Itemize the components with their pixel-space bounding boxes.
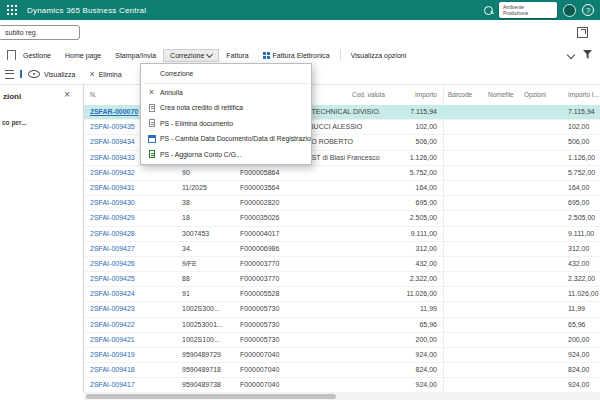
amount-incl-vat-cell: 824,00 <box>568 363 599 377</box>
show-as-list-button[interactable] <box>5 70 14 79</box>
bookmark-icon[interactable] <box>7 50 16 61</box>
table-row[interactable]: 2SFAI-009422100253001...F00000573065,966… <box>84 318 600 333</box>
table-row[interactable]: 2SFAI-00943111/2025F000003564164,00164,0… <box>84 181 600 196</box>
file-no-cell: F000005730 <box>240 333 298 347</box>
column-header-filename[interactable]: Nomefile <box>488 91 514 98</box>
table-row[interactable]: 2SFAI-00942734.F000006986312,00312,00 <box>84 242 600 257</box>
file-no-cell: F000035026 <box>240 211 298 225</box>
table-row[interactable]: 2SFAI-0094189590489718F000007040824,0082… <box>84 363 600 378</box>
amount-incl-vat-cell: 924,00 <box>568 378 599 392</box>
file-no-cell: F000003770 <box>240 257 298 271</box>
menu-item-ps-aggiorna-conto[interactable]: PS - Aggiorna Conto C/G... <box>141 147 311 163</box>
chevron-down-icon[interactable] <box>567 50 575 58</box>
table-row[interactable]: 2SFAI-0094269/FEF000003770432,00432,00 <box>84 257 600 272</box>
column-header-barcode[interactable]: Barcode <box>448 91 472 98</box>
analyze-button[interactable] <box>20 70 26 78</box>
invoice-number-link[interactable]: 2SFAI-009418 <box>90 363 178 377</box>
invoice-number-link[interactable]: 2SFAI-009421 <box>90 333 178 347</box>
amount-cell: 11.026,00 <box>384 287 437 301</box>
chevron-down-icon <box>206 50 213 57</box>
elimina-button[interactable]: × Elimina <box>89 70 121 79</box>
column-header-currency[interactable]: Cod. valuta <box>352 91 385 98</box>
menu-stampa-invia[interactable]: Stampa/Invia <box>108 49 163 62</box>
search-input[interactable]: subito reg. <box>0 25 80 40</box>
search-icon[interactable] <box>484 6 493 15</box>
vendor-invoice-no-cell: 18 <box>182 211 237 225</box>
filter-funnel-icon[interactable] <box>583 50 592 59</box>
app-title[interactable]: Dynamics 365 Business Central <box>27 6 146 15</box>
menu-fattura-elettronica[interactable]: Fattura Elettronica <box>256 49 337 62</box>
menu-home-page[interactable]: Home page <box>58 49 108 62</box>
vendor-invoice-no-cell: 91 <box>182 287 237 301</box>
invoice-number-link[interactable]: 2SFAI-009428 <box>90 227 178 241</box>
button-label: Elimina <box>99 71 122 78</box>
invoice-number-link[interactable]: 2SFAI-009430 <box>90 196 178 210</box>
vendor-invoice-no-cell: 9590489718 <box>182 363 237 377</box>
invoice-number-link[interactable]: 2SFAI-009427 <box>90 242 178 256</box>
amount-cell: 506,00 <box>384 135 437 149</box>
column-header-amount[interactable]: Importo <box>384 91 437 98</box>
e-invoice-icon <box>263 52 266 55</box>
visualizza-button[interactable]: Visualizza <box>28 70 75 78</box>
amount-cell: 102,00 <box>384 120 437 134</box>
amount-incl-vat-cell: 695,00 <box>568 196 599 210</box>
invoice-number-link[interactable]: 2SFAI-009431 <box>90 181 178 195</box>
table-row[interactable]: 2SFAI-00943290F0000058645.752,005.752,00 <box>84 166 600 181</box>
amount-cell: 200,00 <box>384 333 437 347</box>
invoice-number-link[interactable]: 2SFAI-009432 <box>90 166 178 180</box>
invoice-number-link[interactable]: 2SFAI-009417 <box>90 378 178 392</box>
amount-incl-vat-cell: 1.126,00 <box>568 151 599 165</box>
table-row[interactable]: 2SFAI-00942588F0000037702.322,002.322,00 <box>84 272 600 287</box>
file-no-cell: F000002820 <box>240 196 298 210</box>
list-icon <box>5 70 14 79</box>
file-no-cell: F000007040 <box>240 348 298 362</box>
business-central-window: Dynamics 365 Business Central Ambiente P… <box>0 0 600 400</box>
menu-item-label: Annulla <box>160 89 183 96</box>
menu-item-ps-cambia-data[interactable]: PS - Cambia Data Documento/Data di Regis… <box>141 131 311 147</box>
table-row[interactable]: 2SFAI-0094283007453F0000040179.111,009.1… <box>84 227 600 242</box>
invoice-number-link[interactable]: 2SFAI-009425 <box>90 272 178 286</box>
column-header-amount-incl[interactable]: Importo I... <box>568 91 599 98</box>
app-launcher-icon[interactable] <box>7 5 17 15</box>
vendor-invoice-no-cell: 34. <box>182 242 237 256</box>
share-icon[interactable] <box>577 27 588 38</box>
column-header-options[interactable]: Opzioni <box>524 91 546 98</box>
menu-item-label: Crea nota credito di rettifica <box>160 104 243 111</box>
chart-bars-icon <box>20 70 22 78</box>
horizontal-scrollbar[interactable] <box>84 392 600 400</box>
menu-item-crea-nota-credito[interactable]: Crea nota credito di rettifica <box>141 100 311 116</box>
vendor-invoice-no-cell: 11/2025 <box>182 181 237 195</box>
close-icon[interactable]: × <box>64 89 70 100</box>
menu-item-annulla[interactable]: × Annulla <box>141 85 311 101</box>
amount-cell: 924,00 <box>384 378 437 392</box>
column-header-no[interactable]: N. <box>90 91 97 98</box>
invoice-number-link[interactable]: 2SFAI-009426 <box>90 257 178 271</box>
invoice-number-link[interactable]: 2SFAI-009422 <box>90 318 178 332</box>
menu-gestione[interactable]: Gestione <box>16 49 58 62</box>
table-row[interactable]: 2SFAI-0094199590489729F000007040924,0092… <box>84 348 600 363</box>
amount-cell: 7.115,94 <box>384 105 437 119</box>
filter-list-by-label: co per... <box>2 119 27 126</box>
amount-incl-vat-cell: 102,00 <box>568 120 599 134</box>
filter-pane: zioni × co per... <box>0 85 84 392</box>
table-row[interactable]: 2SFAI-00943038F000002820695,00695,00 <box>84 196 600 211</box>
table-row[interactable]: 2SFAI-0094211002S100...F000005730200,002… <box>84 333 600 348</box>
vendor-invoice-no-cell: 1002S300... <box>182 302 237 316</box>
scrollbar-thumb[interactable] <box>86 394 336 399</box>
invoice-number-link[interactable]: 2SFAI-009429 <box>90 211 178 225</box>
menu-visualizza-opzioni[interactable]: Visualizza opzioni <box>344 49 414 62</box>
table-row[interactable]: 2SFAI-0094231002S300...F00000573011,9911… <box>84 302 600 317</box>
menu-fattura[interactable]: Fattura <box>219 49 255 62</box>
table-row[interactable]: 2SFAI-00942918F0000350262.505,002.505,00 <box>84 211 600 226</box>
menu-item-correzione[interactable]: Correzione <box>141 66 311 82</box>
menu-separator <box>145 83 307 84</box>
help-icon[interactable]: ? <box>582 4 594 16</box>
invoice-number-link[interactable]: 2SFAI-009424 <box>90 287 178 301</box>
menu-correzione[interactable]: Correzione <box>163 49 219 62</box>
amount-cell: 65,96 <box>384 318 437 332</box>
menu-item-ps-elimina-documento[interactable]: PS - Elimina documento <box>141 116 311 132</box>
invoice-number-link[interactable]: 2SFAI-009419 <box>90 348 178 362</box>
invoice-number-link[interactable]: 2SFAI-009423 <box>90 302 178 316</box>
account-avatar[interactable] <box>563 4 576 17</box>
table-row[interactable]: 2SFAI-00942491F00000552811.026,0011.026,… <box>84 287 600 302</box>
